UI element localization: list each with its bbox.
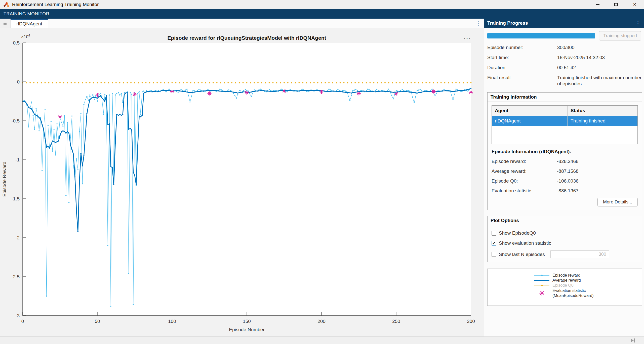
show-last-n-episodes-checkbox[interactable]: [492, 252, 496, 257]
column-header-agent[interactable]: Agent: [492, 106, 568, 116]
svg-text:-2: -2: [15, 235, 20, 240]
field-value: 00:51:42: [557, 65, 642, 71]
svg-text:Episode Reward: Episode Reward: [2, 162, 7, 197]
episode-reward-line-sample: [533, 274, 551, 277]
row-label: Episode Q0:: [492, 178, 557, 184]
training-progress-panel: Training Progress ⋮ Training stopped Epi…: [484, 19, 644, 336]
row-value: -886.1367: [557, 188, 579, 194]
panel-menu-icon[interactable]: ⋮: [632, 20, 644, 26]
legend-box: Episode reward Average reward Episode Q0: [487, 269, 642, 306]
option-show-last-n-episodes: Show last N episodes: [492, 250, 638, 258]
average-reward-line-sample: [533, 279, 551, 282]
svg-text:-3: -3: [15, 313, 20, 318]
svg-text:0: 0: [21, 319, 24, 324]
skip-to-end-icon[interactable]: [630, 338, 635, 343]
figure-area: 0501001502002503000.50-0.5-1-1.5-2-2.5-3…: [0, 28, 484, 336]
training-progress-bar: [487, 33, 595, 38]
window-controls: ×: [588, 0, 644, 9]
show-episodeq0-checkbox[interactable]: [492, 231, 496, 236]
minimize-button[interactable]: [588, 0, 607, 9]
svg-text:250: 250: [392, 319, 400, 324]
field-value: 300/300: [557, 45, 642, 51]
legend-inner: Episode reward Average reward Episode Q0: [533, 273, 616, 298]
svg-text:150: 150: [243, 319, 251, 324]
option-label: Show evaluation statistic: [499, 240, 551, 246]
axes-options-button[interactable]: ⋯: [461, 35, 474, 43]
table-empty-area: [492, 126, 637, 144]
table-row[interactable]: rlDQNAgent Training finished: [492, 116, 637, 126]
episode-q0-row: Episode Q0: -106.0036: [492, 178, 638, 184]
training-stopped-button[interactable]: Training stopped: [599, 31, 641, 40]
row-label: Evaluation statistic:: [492, 188, 557, 194]
svg-text:-1: -1: [15, 157, 20, 162]
window-title: Reinforcement Learning Training Monitor: [12, 2, 99, 7]
toolstrip-tab-training-monitor[interactable]: TRAINING MONITOR: [0, 11, 53, 17]
column-header-status[interactable]: Status: [568, 106, 637, 116]
svg-text:Episode reward for rlQueuingSt: Episode reward for rlQueuingStrategiesMo…: [167, 35, 326, 41]
training-information-group: Training Information Agent Status rlDQNA…: [487, 92, 642, 210]
option-show-episodeq0: Show EpisodeQ0: [492, 230, 638, 236]
option-show-evaluation-statistic: ✓ Show evaluation statistic: [492, 240, 638, 246]
field-start-time: Start time: 18-Nov-2025 14:32:03: [487, 55, 642, 61]
evaluation-statistic-row: Evaluation statistic: -886.1367: [492, 188, 638, 194]
toolstrip: TRAINING MONITOR: [0, 9, 644, 19]
field-label: Start time:: [487, 55, 557, 61]
group-content: Show EpisodeQ0 ✓ Show evaluation statist…: [488, 225, 642, 262]
svg-text:-2.5: -2.5: [11, 274, 20, 279]
svg-text:200: 200: [317, 319, 326, 324]
field-duration: Duration: 00:51:42: [487, 65, 642, 71]
group-content: Agent Status rlDQNAgent Training finishe…: [488, 102, 642, 210]
document-tabbar: rlDQNAgent ⋮: [0, 19, 484, 28]
table-header-row: Agent Status: [492, 106, 637, 116]
panel-header: Training Progress ⋮: [484, 19, 644, 28]
svg-text:-1.5: -1.5: [11, 196, 20, 201]
row-value: -106.0036: [557, 178, 579, 184]
show-evaluation-statistic-checkbox[interactable]: ✓: [492, 241, 496, 246]
legend-label: Evaluation statistic (MeanEpisodeReward): [551, 288, 594, 298]
svg-text:300: 300: [467, 319, 475, 324]
more-details-button[interactable]: More Details...: [597, 198, 638, 206]
window-titlebar: Reinforcement Learning Training Monitor …: [0, 0, 644, 9]
matlab-logo-icon: [3, 2, 10, 8]
svg-text:×104: ×104: [21, 34, 30, 39]
tab-rldqnagent[interactable]: rlDQNAgent: [11, 19, 48, 28]
legend-label: Average reward: [551, 278, 581, 283]
field-label: Episode number:: [487, 45, 557, 51]
svg-text:Episode Number: Episode Number: [229, 327, 265, 332]
legend-item-episode-q0: Episode Q0: [533, 283, 616, 288]
progress-row: Training stopped: [487, 31, 642, 40]
last-n-episodes-input[interactable]: [550, 250, 609, 258]
tab-label: rlDQNAgent: [16, 21, 42, 27]
option-label: Show EpisodeQ0: [499, 230, 536, 236]
evaluation-statistic-marker-sample: [533, 289, 551, 297]
more-details-row: More Details...: [492, 198, 638, 206]
progress-fill: [487, 33, 595, 38]
episode-q0-line-sample: [533, 284, 551, 287]
legend-item-episode-reward: Episode reward: [533, 273, 616, 278]
hamburger-icon: [3, 22, 7, 25]
panel-title: Training Progress: [484, 20, 528, 26]
svg-text:100: 100: [168, 319, 176, 324]
field-value: Training finished with maximum number of…: [557, 75, 642, 87]
episode-info-title: Episode Information (rlDQNAgent):: [492, 149, 638, 154]
statusbar: [0, 336, 644, 344]
main-area: rlDQNAgent ⋮ 0501001502002503000.50-0.5-…: [0, 19, 644, 336]
row-label: Average reward:: [492, 168, 557, 174]
svg-text:0: 0: [17, 79, 20, 84]
close-button[interactable]: ×: [625, 0, 644, 9]
average-reward-row: Average reward: -887.1568: [492, 168, 638, 174]
legend-label: Episode reward: [551, 273, 580, 278]
agent-status-table: Agent Status rlDQNAgent Training finishe…: [492, 105, 638, 144]
panel-body: Training stopped Episode number: 300/300…: [484, 28, 644, 306]
tabbar-overflow-menu-icon[interactable]: ⋮: [473, 19, 484, 28]
tab-list-icon[interactable]: [0, 19, 11, 28]
legend-item-evaluation-statistic: Evaluation statistic (MeanEpisodeReward): [533, 288, 616, 298]
maximize-button[interactable]: [607, 0, 625, 9]
svg-text:0.5: 0.5: [13, 40, 20, 46]
field-label: Duration:: [487, 65, 557, 71]
field-value: 18-Nov-2025 14:32:03: [557, 55, 642, 61]
option-label: Show last N episodes: [499, 252, 545, 257]
cell-agent: rlDQNAgent: [492, 116, 568, 126]
cell-status: Training finished: [568, 116, 637, 126]
plot-options-group: Plot Options Show EpisodeQ0 ✓ Show evalu…: [487, 216, 642, 262]
